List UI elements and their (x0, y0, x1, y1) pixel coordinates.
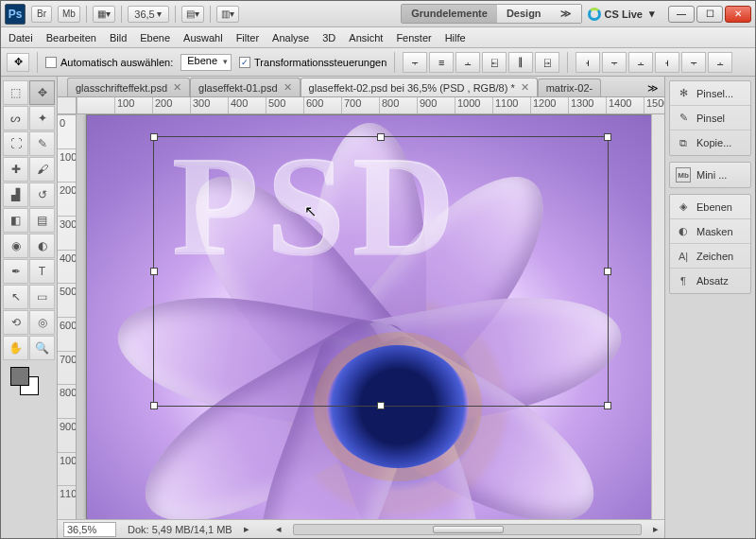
transform-handle[interactable] (150, 268, 158, 275)
workspace-essentials[interactable]: Grundelemente (402, 5, 497, 23)
tabs-overflow-button[interactable]: ≫ (642, 80, 664, 96)
panel-tab[interactable]: ✎Pinsel (670, 106, 750, 130)
hand-tool[interactable]: ✋ (3, 336, 28, 360)
minibridge-button[interactable]: Mb (58, 6, 80, 23)
lasso-tool[interactable]: ᔕ (3, 106, 28, 130)
type-tool[interactable]: T (29, 259, 55, 284)
transform-handle[interactable] (150, 133, 158, 141)
zoom-level-field[interactable]: 36,5 ▾ (128, 6, 169, 23)
document-tab[interactable]: matrix-02- (538, 78, 602, 96)
panel-tab[interactable]: MbMini ... (670, 163, 750, 187)
menu-fenster[interactable]: Fenster (396, 32, 431, 43)
cslive-button[interactable]: CS Live ▾ (588, 8, 655, 21)
panel-tab[interactable]: ¶Absatz (670, 269, 750, 293)
align-bottom-button[interactable]: ⫠ (455, 52, 480, 73)
menu-3d[interactable]: 3D (322, 32, 335, 43)
scrollbar-vertical[interactable] (651, 114, 664, 519)
distribute-3-button[interactable]: ⫠ (628, 52, 653, 73)
panel-tab[interactable]: ◐Masken (670, 219, 750, 244)
brush-tool[interactable]: 🖌 (29, 157, 55, 182)
menu-bild[interactable]: Bild (110, 32, 127, 43)
align-right-button[interactable]: ⍈ (535, 52, 559, 73)
menu-analyse[interactable]: Analyse (272, 32, 309, 43)
transform-handle[interactable] (604, 268, 611, 275)
marquee-tool[interactable]: ⬚ (3, 80, 28, 105)
zoom-field[interactable]: 36,5% (63, 522, 116, 537)
document-tab-active[interactable]: glaseffekt-02.psd bei 36,5% (PSD , RGB/8… (301, 78, 538, 96)
dodge-tool[interactable]: ◐ (29, 234, 55, 258)
align-top-button[interactable]: ⫟ (403, 52, 427, 73)
panel-tab[interactable]: ✻Pinsel... (670, 81, 750, 106)
workspace-switcher[interactable]: Grundelemente Design ≫ (401, 4, 581, 24)
path-select-tool[interactable]: ↖ (3, 285, 28, 309)
zoom-tool[interactable]: 🔍 (29, 336, 55, 360)
menu-filter[interactable]: Filter (236, 32, 259, 43)
eraser-tool[interactable]: ◧ (3, 208, 28, 233)
ruler-horizontal[interactable]: 1002003004005006007008009001000110012001… (77, 97, 664, 114)
transform-handle[interactable] (604, 133, 611, 141)
transform-controls-checkbox[interactable]: ✓ Transformationssteuerungen (239, 57, 387, 68)
gradient-tool[interactable]: ▤ (29, 208, 55, 233)
panel-tab[interactable]: ⧉Kopie... (670, 130, 750, 155)
maximize-button[interactable]: ☐ (696, 6, 723, 23)
align-vcenter-button[interactable]: ≡ (429, 52, 454, 73)
menu-ansicht[interactable]: Ansicht (349, 32, 383, 43)
workspace-design[interactable]: Design (497, 5, 551, 23)
bridge-button[interactable]: Br (31, 6, 52, 23)
menu-datei[interactable]: Datei (9, 32, 33, 43)
workspace-more[interactable]: ≫ (551, 5, 581, 23)
close-icon[interactable]: ✕ (173, 81, 181, 94)
healing-tool[interactable]: ✚ (3, 157, 28, 182)
arrange-docs-button[interactable]: ▥▾ (216, 6, 239, 23)
menu-bearbeiten[interactable]: Bearbeiten (46, 32, 96, 43)
document-tab[interactable]: glaseffekt-01.psd✕ (190, 78, 301, 96)
distribute-1-button[interactable]: ⫞ (576, 52, 600, 73)
close-icon[interactable]: ✕ (521, 81, 529, 94)
magic-wand-tool[interactable]: ✦ (29, 106, 55, 130)
move-tool[interactable]: ✥ (29, 80, 55, 105)
distribute-4-button[interactable]: ⫞ (655, 52, 679, 73)
canvas[interactable]: PSD ↖ (86, 114, 651, 519)
transform-handle[interactable] (150, 402, 158, 409)
align-hcenter-button[interactable]: ∥ (508, 52, 533, 73)
3d-camera-tool[interactable]: ◎ (29, 310, 55, 335)
pen-tool[interactable]: ✒ (3, 259, 28, 284)
foreground-swatch[interactable] (10, 367, 29, 386)
3d-tool[interactable]: ⟲ (3, 310, 28, 335)
ruler-origin[interactable] (58, 97, 77, 114)
eyedropper-tool[interactable]: ✎ (29, 131, 55, 156)
transform-handle[interactable] (377, 133, 385, 141)
clone-source-icon: ⧉ (676, 135, 691, 150)
distribute-5-button[interactable]: ⫟ (681, 52, 706, 73)
transform-bounding-box[interactable] (153, 136, 609, 407)
canvas-viewport[interactable]: PSD ↖ (77, 114, 651, 519)
align-left-button[interactable]: ⍇ (482, 52, 507, 73)
color-swatches[interactable] (3, 361, 55, 399)
auto-select-dropdown[interactable]: Ebene (180, 54, 232, 71)
ruler-vertical[interactable]: 010020030040050060070080090010001100 (58, 114, 77, 519)
minimize-button[interactable]: — (668, 6, 695, 23)
close-button[interactable]: ✕ (725, 6, 751, 23)
screen-mode-button[interactable]: ▦▾ (93, 6, 115, 23)
transform-handle[interactable] (604, 402, 611, 409)
document-tab[interactable]: glasschrifteffekt.psd✕ (67, 78, 190, 96)
transform-handle[interactable] (377, 402, 385, 409)
shape-tool[interactable]: ▭ (29, 285, 55, 309)
view-extras-button[interactable]: ▤▾ (181, 6, 204, 23)
menu-hilfe[interactable]: Hilfe (445, 32, 466, 43)
stamp-tool[interactable]: ▟ (3, 183, 28, 207)
scrollbar-horizontal[interactable] (293, 524, 642, 535)
crop-tool[interactable]: ⛶ (3, 131, 28, 156)
close-icon[interactable]: ✕ (284, 81, 292, 94)
menu-ebene[interactable]: Ebene (140, 32, 170, 43)
panel-tab[interactable]: ◈Ebenen (670, 195, 750, 219)
auto-select-checkbox[interactable]: Automatisch auswählen: (45, 57, 173, 68)
blur-tool[interactable]: ◉ (3, 234, 28, 258)
panel-tab[interactable]: A|Zeichen (670, 244, 750, 269)
move-tool-icon[interactable]: ✥ (7, 53, 29, 72)
distribute-6-button[interactable]: ⫠ (708, 52, 732, 73)
history-brush-tool[interactable]: ↺ (29, 183, 55, 207)
doc-info-chevron-icon[interactable]: ▸ (244, 523, 249, 535)
menu-auswahl[interactable]: Auswahl (183, 32, 223, 43)
distribute-2-button[interactable]: ⫟ (602, 52, 627, 73)
